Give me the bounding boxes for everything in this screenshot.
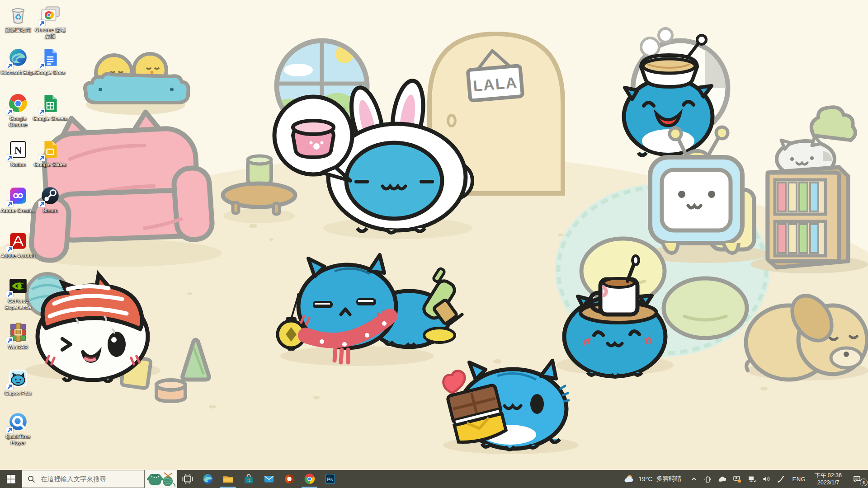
tray-onedrive[interactable] <box>715 470 730 488</box>
recycle-bin-icon: ♻ <box>8 5 28 25</box>
notification-count-badge: 8 <box>860 479 868 486</box>
network-icon <box>748 475 756 483</box>
google-slides-icon <box>40 139 61 160</box>
capoo-pals-icon <box>8 368 28 389</box>
tray-windows-ink[interactable] <box>774 470 788 488</box>
clock[interactable]: 下午 02:36 2023/1/7 <box>810 470 846 488</box>
clock-time: 下午 02:36 <box>815 472 842 479</box>
weather-icon <box>624 474 635 484</box>
chrome-remote-desktop-icon <box>40 5 61 25</box>
taskbar-app-chrome[interactable] <box>299 470 320 488</box>
desktop-icon-quicktime-player[interactable]: QuickTime Player <box>0 411 36 446</box>
shortcut-arrow-icon <box>38 201 45 207</box>
search-icon <box>28 475 35 483</box>
desktop-icon-geforce-experience[interactable]: GeForce Experience <box>0 276 36 311</box>
tray-screen-share[interactable] <box>730 470 745 488</box>
quicktime-player-icon <box>8 411 28 432</box>
system-tray: 19°C 多雲時晴 <box>618 470 868 488</box>
desktop-icon-label: QuickTime Player <box>0 433 36 446</box>
mail-icon <box>263 473 275 485</box>
taskbar-search[interactable] <box>22 470 145 488</box>
language-code: ENG <box>793 476 806 483</box>
edge-icon <box>202 473 214 485</box>
weather-widget[interactable]: 19°C 多雲時晴 <box>618 470 687 488</box>
desktop-icon-google-chrome[interactable]: Google Chrome <box>0 93 36 128</box>
desktop-icon-google-sheets[interactable]: Google Sheets <box>33 93 68 122</box>
chrome-icon <box>304 473 316 485</box>
desktop-icon-label: Chrome 遠端桌面 <box>33 27 68 40</box>
chrome-icon <box>8 93 28 114</box>
cylinder-toy <box>156 380 185 401</box>
desktop-icon-chrome-remote-desktop[interactable]: Chrome 遠端桌面 <box>33 5 68 40</box>
desktop-icon-label: Google Chrome <box>0 115 36 128</box>
shortcut-arrow-icon <box>6 201 13 207</box>
desktop-screen: LALA <box>0 0 868 488</box>
edge-icon <box>8 47 28 68</box>
shortcut-arrow-icon <box>6 337 13 344</box>
taskbar-app-microsoft-store[interactable] <box>238 470 259 488</box>
tray-volume[interactable] <box>759 470 774 488</box>
desktop-icon-label: 資源回收筒 <box>0 27 36 33</box>
desktop-icon-capoo-pals[interactable]: Capoo Pals <box>0 368 36 396</box>
file-explorer-icon <box>222 473 234 485</box>
steam-puff <box>641 38 659 56</box>
desktop-icon-label: Google Docs <box>33 69 68 75</box>
svg-text:N: N <box>14 145 22 156</box>
tray-phone-link[interactable] <box>701 470 715 488</box>
desktop-icon-winrar[interactable]: WinRAR <box>0 322 36 350</box>
alert-badge <box>737 479 741 483</box>
desktop-icon-label: Capoo Pals <box>0 390 36 396</box>
chevron-up-icon <box>690 475 698 483</box>
show-hidden-icons-button[interactable] <box>687 470 701 488</box>
desktop-icon-adobe-creative-cloud[interactable]: Adobe Creati... <box>0 185 36 214</box>
search-input[interactable] <box>40 475 132 483</box>
clock-date: 2023/1/7 <box>815 479 842 486</box>
cloud <box>284 64 313 76</box>
onedrive-cloud-icon <box>718 476 726 483</box>
start-button[interactable] <box>0 470 22 488</box>
steam-puff <box>659 28 672 42</box>
taskbar-app-mail[interactable] <box>259 470 279 488</box>
action-center-button[interactable]: 8 <box>846 470 868 488</box>
taskbar-app-office[interactable] <box>279 470 299 488</box>
screen-share-icon <box>733 475 741 483</box>
desktop-icon-google-slides[interactable]: Google Slides <box>33 139 68 168</box>
shortcut-arrow-icon <box>38 62 45 69</box>
news-interests-widget[interactable] <box>145 470 177 488</box>
tray-network[interactable] <box>745 470 759 488</box>
desktop-icon-label: Microsoft Edge <box>0 69 36 75</box>
desktop-icon-adobe-acrobat[interactable]: Adobe Acrobat <box>0 230 36 259</box>
desktop-icon-microsoft-edge[interactable]: Microsoft Edge <box>0 47 36 75</box>
weather-condition: 多雲時晴 <box>656 475 682 483</box>
windows-logo-icon <box>7 475 15 483</box>
desktop-icon-label: Steam <box>33 207 68 214</box>
desktop-icon-steam[interactable]: Steam <box>33 185 68 214</box>
widget-thumbnail-icon <box>146 470 176 488</box>
photoshop-icon: Ps <box>324 473 336 485</box>
shortcut-arrow-icon <box>6 427 13 433</box>
desktop-icon-recycle-bin[interactable]: ♻ 資源回收筒 <box>0 5 36 33</box>
taskbar: Ps 19°C 多雲時晴 <box>0 470 868 488</box>
desktop-icon-label: Adobe Creati... <box>0 207 36 214</box>
desktop-icon-label: Google Slides <box>33 161 68 168</box>
svg-text:♻: ♻ <box>14 13 22 22</box>
taskbar-app-file-explorer[interactable] <box>218 470 238 488</box>
shortcut-arrow-icon <box>6 108 13 115</box>
volume-icon <box>762 475 770 483</box>
language-indicator[interactable]: ENG <box>788 470 811 488</box>
shortcut-arrow-icon <box>6 62 13 69</box>
shortcut-arrow-icon <box>6 246 13 253</box>
shortcut-arrow-icon <box>6 383 13 390</box>
geforce-experience-icon <box>8 276 28 296</box>
desktop-icon-notion[interactable]: N Notion <box>0 139 36 168</box>
taskbar-app-edge[interactable] <box>198 470 218 488</box>
shortcut-arrow-icon <box>6 155 13 161</box>
winrar-icon <box>8 322 28 343</box>
shortcut-arrow-icon <box>6 291 13 298</box>
adobe-acrobat-icon <box>8 230 28 251</box>
taskbar-app-photoshop[interactable]: Ps <box>320 470 340 488</box>
taskbar-app-task-view[interactable] <box>177 470 198 488</box>
desktop-icon-google-docs[interactable]: Google Docs <box>33 47 68 75</box>
google-sheets-icon <box>40 93 61 114</box>
svg-text:Ps: Ps <box>327 477 333 482</box>
